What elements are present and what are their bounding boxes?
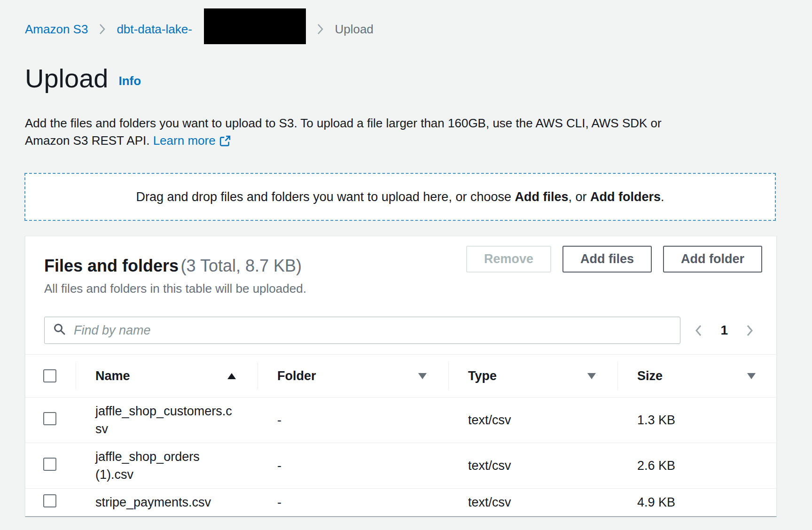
- external-link-icon[interactable]: [219, 134, 231, 151]
- panel-titles: Files and folders (3 Total, 8.7 KB) All …: [44, 256, 306, 296]
- column-label: Type: [468, 369, 497, 383]
- cell-name: jaffle_shop_customers.csv: [76, 402, 258, 438]
- table-row: jaffle_shop_customers.csv - text/csv 1.3…: [25, 398, 776, 443]
- row-checkbox[interactable]: [43, 412, 56, 425]
- cell-folder: -: [258, 413, 448, 428]
- cell-name: stripe_payments.csv: [76, 493, 258, 511]
- info-link[interactable]: Info: [118, 74, 141, 88]
- search-input[interactable]: [74, 323, 671, 338]
- panel-actions: Remove Add files Add folder: [466, 246, 762, 273]
- select-all-checkbox[interactable]: [43, 369, 56, 382]
- learn-more-link[interactable]: Learn more: [153, 133, 216, 148]
- header-checkbox-cell: [25, 355, 76, 397]
- cell-size: 2.6 KB: [617, 459, 777, 473]
- table-row: jaffle_shop_orders (1).csv - text/csv 2.…: [25, 443, 776, 489]
- cell-type: text/csv: [448, 459, 617, 473]
- remove-button[interactable]: Remove: [466, 246, 551, 273]
- panel-count: (3 Total, 8.7 KB): [181, 256, 302, 275]
- filter-icon[interactable]: [747, 373, 756, 379]
- chevron-right-icon: [746, 324, 754, 337]
- files-and-folders-panel: Files and folders (3 Total, 8.7 KB) All …: [25, 236, 777, 516]
- cell-folder: -: [258, 459, 448, 473]
- row-checkbox[interactable]: [43, 494, 56, 507]
- page-header: Upload Info: [25, 64, 812, 93]
- page-title: Upload: [25, 64, 108, 93]
- dropzone-text: Drag and drop files and folders you want…: [136, 190, 664, 204]
- page-description: Add the files and folders you want to up…: [25, 115, 704, 151]
- column-header-type[interactable]: Type: [448, 355, 617, 397]
- cell-folder: -: [258, 495, 448, 510]
- table-row: stripe_payments.csv - text/csv 4.9 KB: [25, 489, 776, 516]
- redacted-bucket-name: [204, 8, 306, 44]
- column-header-size[interactable]: Size: [617, 355, 777, 397]
- column-header-name[interactable]: Name: [76, 355, 258, 397]
- search-icon: [53, 323, 66, 338]
- column-label: Folder: [277, 369, 316, 383]
- chevron-left-icon: [695, 324, 703, 337]
- table-toolbar: 1: [25, 296, 776, 344]
- cell-size: 1.3 KB: [617, 413, 777, 428]
- column-label: Name: [95, 369, 130, 383]
- breadcrumb-bucket-segment: dbt-data-lake-: [117, 22, 306, 37]
- add-files-button[interactable]: Add files: [562, 246, 652, 273]
- cell-size: 4.9 KB: [617, 495, 777, 510]
- panel-subtitle: All files and folders in this table will…: [44, 281, 306, 296]
- filter-icon[interactable]: [418, 373, 427, 379]
- description-text: Add the files and folders you want to up…: [25, 116, 662, 148]
- column-label: Size: [637, 369, 663, 383]
- sort-ascending-icon[interactable]: [227, 373, 236, 379]
- row-checkbox[interactable]: [43, 458, 56, 471]
- files-table: Name Folder Type Size jaffle_shop_custom…: [25, 354, 776, 516]
- file-dropzone[interactable]: Drag and drop files and folders you want…: [24, 173, 776, 221]
- breadcrumb-chevron-icon: [317, 23, 323, 35]
- cell-name: jaffle_shop_orders (1).csv: [76, 448, 258, 483]
- row-checkbox-cell: [25, 412, 76, 429]
- breadcrumb-current-page: Upload: [335, 22, 373, 37]
- panel-header: Files and folders (3 Total, 8.7 KB) All …: [25, 236, 776, 296]
- breadcrumb-link-amazon-s3[interactable]: Amazon S3: [25, 22, 88, 37]
- filter-icon[interactable]: [587, 373, 596, 379]
- row-checkbox-cell: [25, 458, 76, 474]
- panel-title: Files and folders: [44, 256, 179, 275]
- previous-page-button[interactable]: [693, 322, 704, 339]
- breadcrumb: Amazon S3 dbt-data-lake- Upload: [0, 0, 812, 37]
- pagination: 1: [693, 322, 762, 339]
- cell-type: text/csv: [448, 495, 617, 510]
- column-header-folder[interactable]: Folder: [258, 355, 448, 397]
- current-page-number[interactable]: 1: [720, 323, 728, 338]
- files-table-header: Name Folder Type Size: [25, 354, 776, 398]
- breadcrumb-chevron-icon: [99, 23, 105, 35]
- next-page-button[interactable]: [744, 322, 756, 339]
- add-folder-button[interactable]: Add folder: [663, 246, 762, 273]
- row-checkbox-cell: [25, 494, 76, 511]
- cell-type: text/csv: [448, 413, 617, 428]
- search-box[interactable]: [44, 317, 680, 344]
- breadcrumb-link-bucket[interactable]: dbt-data-lake-: [117, 22, 192, 36]
